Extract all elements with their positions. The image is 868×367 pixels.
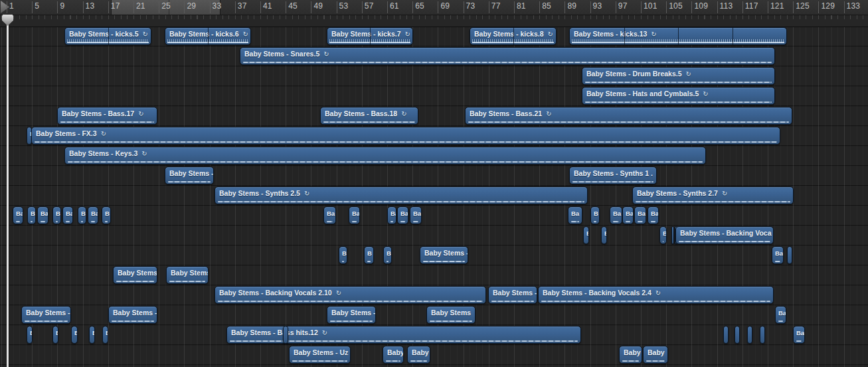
audio-region[interactable]: Baby S bbox=[619, 346, 642, 364]
audio-region[interactable]: Ba bbox=[772, 246, 784, 264]
waveform bbox=[352, 221, 357, 222]
audio-region[interactable]: Baby Stems - Bass.18↻ bbox=[320, 107, 418, 125]
ruler-tick bbox=[235, 1, 236, 13]
audio-region[interactable] bbox=[747, 326, 752, 344]
audio-region[interactable]: B bbox=[78, 206, 86, 224]
tracks-area[interactable]: Baby Stems - kicks.5↻Baby Stems - kicks.… bbox=[0, 27, 868, 367]
loop-icon: ↻ bbox=[142, 31, 147, 38]
audio-region[interactable]: Ba bbox=[793, 326, 805, 344]
region-label: Ba bbox=[648, 207, 658, 217]
audio-region[interactable]: Baby Stems - bbox=[420, 246, 468, 264]
waveform bbox=[218, 301, 483, 302]
ruler-tick bbox=[514, 1, 515, 13]
audio-region[interactable]: Ba bbox=[410, 206, 422, 224]
audio-region[interactable]: Baby Stems - Uz bbox=[289, 346, 351, 364]
region-label: Baby Stems - Bass.17↻ bbox=[58, 108, 157, 117]
audio-region[interactable]: B bbox=[590, 206, 600, 224]
audio-region[interactable]: Baby Stems - kicks.6↻ bbox=[165, 27, 251, 45]
audio-region[interactable]: B bbox=[339, 246, 347, 264]
audio-region[interactable]: Baby bbox=[643, 346, 668, 364]
audio-region[interactable]: B bbox=[52, 326, 58, 344]
audio-region[interactable] bbox=[760, 326, 765, 344]
audio-region[interactable]: Ba bbox=[88, 206, 98, 224]
audio-region[interactable]: B bbox=[89, 326, 95, 344]
ruler-tick bbox=[464, 1, 464, 13]
audio-region[interactable]: Baby Stems - Snares.5↻ bbox=[240, 47, 775, 65]
playhead-line[interactable] bbox=[7, 15, 9, 367]
loop-icon: ↻ bbox=[304, 190, 309, 197]
waveform bbox=[410, 360, 427, 362]
audio-region[interactable]: B bbox=[583, 226, 589, 244]
audio-region[interactable]: Baby Stems - Bass.17↻ bbox=[57, 107, 157, 125]
audio-region[interactable]: B bbox=[52, 206, 61, 224]
audio-region[interactable]: Ba bbox=[349, 206, 360, 224]
audio-region[interactable]: Baby Stems - Bass hits.12↻ bbox=[226, 326, 581, 344]
audio-region[interactable]: Baby Stems - bbox=[21, 306, 71, 324]
audio-region[interactable]: Baby Stems - bbox=[327, 306, 376, 324]
audio-region[interactable]: Baby Stems bbox=[113, 266, 157, 284]
audio-region[interactable]: Baby Stems - Backing Vocals 2.10↻ bbox=[215, 286, 486, 304]
audio-region[interactable]: Baby Stems - bbox=[488, 286, 537, 304]
audio-region[interactable]: Ba bbox=[610, 206, 622, 224]
waveform bbox=[572, 181, 653, 183]
audio-region[interactable]: B bbox=[102, 206, 111, 224]
audio-region[interactable]: Ba bbox=[568, 206, 582, 224]
audio-region[interactable]: B bbox=[601, 226, 607, 244]
waveform bbox=[81, 221, 83, 222]
audio-region[interactable]: B bbox=[659, 226, 667, 244]
region-label: Baby Stems - bbox=[489, 287, 537, 297]
ruler-bar-label: 17 bbox=[111, 1, 120, 11]
audio-region[interactable] bbox=[787, 246, 792, 264]
ruler-bar-label: 5 bbox=[35, 1, 39, 11]
waveform bbox=[91, 221, 95, 222]
audio-region[interactable]: Ba bbox=[387, 206, 396, 224]
audio-region[interactable] bbox=[735, 326, 740, 344]
catch-playhead-icon[interactable] bbox=[1, 1, 9, 13]
audio-region[interactable]: Baby Stems - Hats and Cymbals.5↻ bbox=[582, 87, 775, 105]
audio-region[interactable] bbox=[283, 326, 288, 344]
audio-region[interactable]: B bbox=[102, 326, 108, 344]
audio-region[interactable]: Ba bbox=[37, 206, 48, 224]
audio-region[interactable]: Baby Stems - Backing Vocals 2.4↻ bbox=[538, 286, 774, 304]
audio-region[interactable]: Baby Stems - Bass.21↻ bbox=[465, 107, 792, 125]
audio-region[interactable]: B bbox=[364, 246, 374, 264]
audio-region[interactable]: Baby Stems - kicks.13↻ bbox=[569, 27, 787, 45]
audio-region[interactable]: Baby Stems - Synths 2.7↻ bbox=[632, 186, 794, 204]
audio-region[interactable]: Baby Stems - bbox=[108, 306, 157, 324]
audio-region[interactable]: Ba bbox=[648, 206, 659, 224]
audio-region[interactable]: Ba bbox=[622, 206, 634, 224]
audio-region[interactable]: Baby Stems bbox=[166, 266, 209, 284]
audio-region[interactable]: Ba bbox=[634, 206, 646, 224]
loop-repeat-divider bbox=[208, 28, 209, 44]
audio-region[interactable]: Baby Stems - bbox=[165, 167, 214, 184]
audio-region[interactable]: Baby Stems - kicks.8↻ bbox=[470, 27, 557, 45]
audio-region[interactable]: Baby Stems - Backing Voca bbox=[675, 226, 774, 244]
audio-region[interactable]: B bbox=[71, 326, 78, 344]
audio-region[interactable]: Baby Stems - Synths 1 . bbox=[569, 167, 657, 184]
beat-ruler-strip[interactable] bbox=[0, 15, 868, 27]
audio-region[interactable]: Ba bbox=[397, 206, 408, 224]
waveform bbox=[35, 141, 777, 143]
bar-ruler[interactable]: 1591317212529333741454953576165697377818… bbox=[0, 0, 868, 15]
audio-region[interactable]: Baby bbox=[383, 346, 404, 364]
audio-region[interactable]: Ba bbox=[13, 206, 23, 224]
audio-region[interactable]: Baby Stems - Drum Breaks.5↻ bbox=[582, 67, 775, 85]
audio-region[interactable]: Baby Stems - Keys.3↻ bbox=[64, 147, 706, 165]
audio-region[interactable]: B bbox=[27, 206, 36, 224]
ruler-bar-label: 61 bbox=[390, 1, 399, 11]
audio-region[interactable]: Baby Stems - kicks.5↻ bbox=[64, 27, 151, 45]
audio-region[interactable]: Baby Stems - kicks.7↻ bbox=[327, 27, 413, 45]
audio-region[interactable]: Baby Stems bbox=[426, 306, 476, 324]
audio-region[interactable]: Ba bbox=[775, 306, 786, 324]
audio-region[interactable]: Ba bbox=[62, 206, 73, 224]
audio-region[interactable]: Baby Stems - FX.3↻ bbox=[31, 127, 780, 145]
audio-region[interactable] bbox=[723, 326, 729, 344]
audio-region[interactable]: Baby S bbox=[407, 346, 430, 364]
audio-region[interactable]: B bbox=[27, 326, 33, 344]
loop-repeat-divider bbox=[624, 28, 625, 44]
audio-region[interactable]: B bbox=[383, 246, 392, 264]
region-label: Ba bbox=[568, 207, 582, 217]
audio-region[interactable] bbox=[671, 226, 674, 244]
audio-region[interactable]: Ba bbox=[323, 206, 336, 224]
audio-region[interactable]: Baby Stems - Synths 2.5↻ bbox=[215, 186, 588, 204]
